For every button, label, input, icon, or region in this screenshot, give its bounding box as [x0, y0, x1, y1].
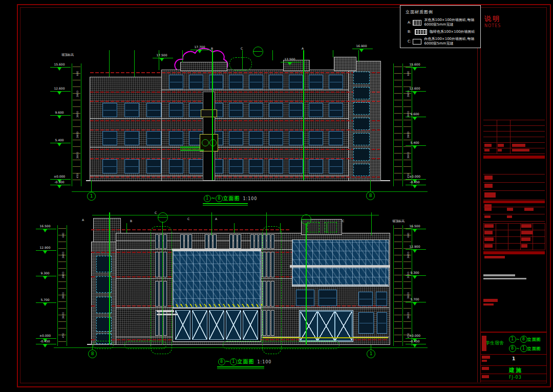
fan-louver-box — [200, 134, 218, 151]
window — [289, 159, 303, 173]
legend-key: A: — [408, 20, 413, 25]
grid-bubble-ref: 1 — [204, 195, 211, 202]
window — [353, 87, 370, 99]
tilde: ~ — [516, 337, 520, 342]
dimension-text: 3900 — [76, 129, 79, 141]
window — [353, 148, 370, 161]
strip-window — [233, 234, 237, 249]
bubble-leader — [91, 180, 92, 192]
window — [269, 159, 283, 173]
material-ref: B — [211, 47, 216, 51]
dimension-chain-line — [393, 225, 394, 346]
dimension-tick — [73, 166, 80, 167]
dimension-chain-line — [81, 63, 81, 186]
dimension-tick — [394, 248, 402, 249]
titleblock-text-block — [482, 360, 487, 362]
grid-bubble: 8 — [366, 191, 375, 200]
dimension-tick — [58, 228, 66, 229]
level-value: 16.500 — [35, 224, 55, 228]
window — [353, 72, 370, 84]
grid-line — [371, 212, 372, 235]
fan-circle — [209, 139, 217, 146]
dimension-tick — [394, 153, 402, 154]
cad-drawing-canvas: 立面材质图例 A: 灰色系100×100外墙面砖,每隔6000留5mm宽缝 B:… — [0, 0, 553, 392]
titleblock-band — [483, 251, 545, 254]
level-value: 12.900 — [35, 246, 55, 250]
window — [189, 159, 203, 173]
window — [209, 75, 223, 89]
grid-bubble: 1 — [87, 192, 96, 201]
titleblock-line — [483, 131, 545, 132]
level-triangle — [413, 117, 417, 120]
entrance-door — [175, 310, 190, 340]
window — [169, 75, 183, 89]
accent-line-red — [91, 229, 291, 230]
titleblock-project: 学生宿舍 — [485, 340, 504, 346]
dimension-tick — [403, 288, 411, 289]
dimension-tick — [73, 80, 80, 80]
titleblock-text-block — [521, 244, 527, 248]
level-triangle — [413, 344, 417, 347]
accent-line-red — [90, 129, 380, 130]
material-ref: C — [187, 217, 193, 221]
titleblock-text-block — [484, 149, 490, 151]
dimension-text: 3900 — [76, 89, 79, 100]
dimension-tick — [394, 180, 402, 180]
curtain-wall — [173, 251, 261, 308]
notes-title: 说明 — [484, 14, 501, 24]
level-triangle — [57, 143, 61, 146]
entrance-door — [317, 311, 335, 341]
dimension-tick — [394, 288, 402, 289]
material-ref: B — [130, 219, 135, 223]
level-value: 5.400 — [405, 141, 425, 145]
level-value: -0.450 — [405, 180, 425, 184]
titleblock-sheet-row-2: 8~1立面图 — [509, 345, 541, 352]
titleblock-text-block — [498, 149, 502, 151]
dimension-tick — [73, 67, 80, 67]
window — [329, 75, 343, 89]
dimension-tick — [394, 133, 402, 134]
dimension-tick — [394, 242, 402, 242]
titleblock-text-block — [512, 144, 525, 147]
level-triangle — [57, 92, 61, 95]
titleblock-text-block — [483, 274, 515, 276]
facade-wall — [334, 57, 356, 71]
level-triangle — [413, 250, 417, 253]
titleblock-text-block — [483, 278, 526, 279]
window — [102, 131, 117, 145]
grid-line — [333, 50, 333, 57]
dimension-tick — [403, 146, 411, 147]
dimension-tick — [58, 341, 66, 342]
grid-bubble-ref: 8 — [520, 336, 527, 343]
dimension-chain-line — [67, 225, 67, 346]
entrance-door — [243, 310, 258, 340]
tilde: ~ — [516, 346, 520, 351]
titleblock-text-block — [521, 237, 530, 241]
titleblock-line — [497, 120, 497, 154]
level-value: 17.700 — [189, 45, 210, 49]
dimension-tick — [394, 140, 402, 140]
dimension-tick — [394, 80, 402, 80]
window — [353, 164, 370, 176]
dimension-tick — [394, 262, 402, 262]
titleblock-line — [483, 214, 545, 214]
curtain-band — [290, 265, 390, 268]
dimension-text: 3600 — [61, 310, 65, 321]
titleblock-line — [483, 223, 545, 224]
level-triangle — [359, 49, 364, 52]
dimension-tick — [394, 166, 402, 167]
level-value: 17.500 — [280, 57, 300, 61]
detail-bubble-line — [301, 219, 310, 220]
strip-window — [254, 234, 258, 249]
titleblock-band — [483, 201, 545, 203]
window — [146, 131, 161, 145]
titleblock-line — [480, 354, 547, 355]
elevation-title-top: 1~8立面图1:100 — [204, 195, 257, 202]
titleblock-line — [480, 374, 547, 374]
annotation-mark — [180, 149, 204, 151]
dimension-text: 3900 — [407, 150, 410, 161]
level-value: 5.400 — [49, 138, 70, 142]
notes-subtitle: NOTES — [484, 24, 501, 28]
dimension-tick — [73, 86, 80, 87]
legend-text: 咖啡色系100×100外墙面砖 — [430, 30, 475, 34]
